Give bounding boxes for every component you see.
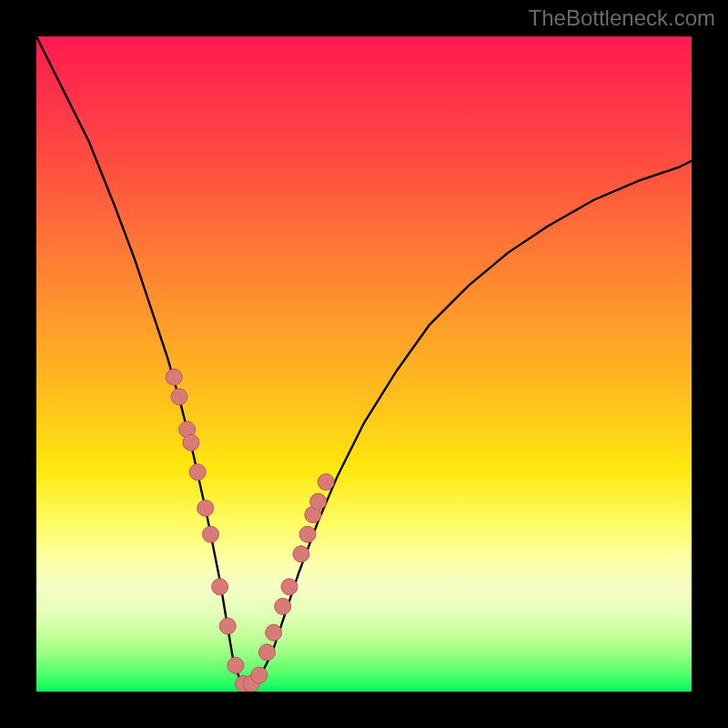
- marker-dot: [251, 667, 268, 683]
- marker-dot: [299, 526, 316, 542]
- marker-dot: [293, 546, 309, 562]
- marker-dot: [310, 493, 327, 510]
- marker-dot: [219, 618, 236, 634]
- marker-dot: [266, 624, 282, 641]
- marker-dot: [228, 657, 244, 673]
- marker-dot: [203, 526, 219, 542]
- plot-area: [36, 36, 692, 692]
- marker-dot: [212, 579, 228, 595]
- marker-dot: [166, 369, 182, 385]
- marker-dot: [318, 474, 334, 490]
- marker-dot: [189, 464, 206, 480]
- marker-dot: [197, 500, 214, 516]
- watermark-text: TheBottleneck.com: [529, 5, 715, 31]
- marker-dot: [183, 434, 199, 450]
- marker-layer: [36, 36, 692, 692]
- marker-dot: [281, 579, 298, 595]
- chart-container: TheBottleneck.com: [0, 0, 728, 728]
- marker-dot: [171, 389, 187, 405]
- marker-dot: [275, 598, 291, 614]
- marker-group: [166, 369, 334, 692]
- marker-dot: [258, 644, 275, 661]
